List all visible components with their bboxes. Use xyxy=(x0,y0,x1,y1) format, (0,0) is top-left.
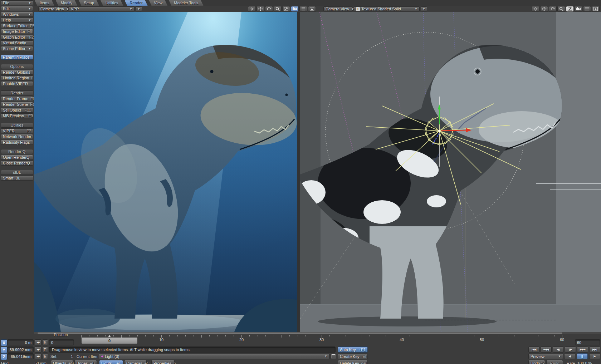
item-properties-icon-button[interactable] xyxy=(331,353,336,359)
move-icon[interactable] xyxy=(256,6,264,12)
resize-icon[interactable] xyxy=(592,6,600,12)
go-first-frame-button[interactable]: |◀◀ xyxy=(528,346,539,353)
sidebar-item-edit[interactable]: Edit▼ xyxy=(1,6,33,11)
axis-z-stepper[interactable]: ◀▶ xyxy=(35,353,41,359)
sidebar-item-open-renderq[interactable]: Open RenderQ xyxy=(1,155,33,160)
step-back-button[interactable]: ◀|| xyxy=(553,346,564,353)
axis-x-stepper[interactable]: ◀▶ xyxy=(35,339,41,345)
sidebar-item-network-render[interactable]: Network Render xyxy=(1,134,33,139)
move-icon[interactable] xyxy=(540,6,548,12)
right-viewport-header: Camera View▼ T Textured Shaded Solid▼ ▼ xyxy=(319,6,601,12)
list-icon[interactable] xyxy=(583,6,591,12)
sidebar-item-render-scene[interactable]: Render SceneF10 xyxy=(1,102,33,107)
sidebar-item-file[interactable]: File▼ xyxy=(1,0,33,5)
sidebar-item-image-editor[interactable]: Image EditorF6 xyxy=(1,29,33,34)
axis-z-toggle[interactable]: Z xyxy=(1,353,7,360)
delete-key-button[interactable]: Delete Keydel xyxy=(338,360,368,364)
tab-modify[interactable]: Modify xyxy=(56,0,77,6)
right-viewport-shaded[interactable] xyxy=(300,12,601,332)
parent-in-place-button[interactable]: Parent in Place xyxy=(1,55,33,60)
undo-button[interactable]: Undo ^Z xyxy=(528,360,545,364)
sidebar-item-close-renderq[interactable]: Close RenderQ xyxy=(1,161,33,166)
go-last-frame-button[interactable]: ▶▶| xyxy=(589,346,600,353)
maximize-icon[interactable] xyxy=(282,6,290,12)
sidebar-item-windows[interactable]: Windows▼ xyxy=(1,12,33,17)
left-render-mode-label: VPR xyxy=(71,7,79,11)
sidebar-item-render-frame[interactable]: Render FrameF9 xyxy=(1,96,33,101)
axis-x-value-field[interactable]: 0 m xyxy=(7,339,34,345)
step-forward-button[interactable]: ||▶ xyxy=(565,346,576,353)
sidebar-item-enable-viper[interactable]: Enable VIPER xyxy=(1,81,33,86)
zoom-icon[interactable] xyxy=(557,6,565,12)
tab-modeler-tools[interactable]: Modeler Tools xyxy=(169,0,203,6)
tab-items[interactable]: Items xyxy=(35,0,54,6)
preview-dropdown[interactable]: Preview▼ xyxy=(528,353,563,359)
prev-keyframe-button[interactable]: +◀◀ xyxy=(541,346,552,353)
cameras-button[interactable]: Cameras+C xyxy=(124,360,147,364)
axis-z-value-field[interactable]: -65.0419mm xyxy=(7,353,34,359)
ruler-tick xyxy=(338,335,338,336)
sidebar-item-sel-object[interactable]: Sel ObjectF11 xyxy=(1,108,33,113)
left-render-mode-dropdown[interactable]: VPR▼ xyxy=(69,6,135,11)
frame-slider-handle[interactable]: 0 xyxy=(81,337,138,344)
timeline-ruler[interactable]: 0 102030405060 xyxy=(75,334,573,346)
create-key-button-label: Create Key xyxy=(340,354,360,359)
axis-x-envelope-button[interactable]: E xyxy=(42,339,48,345)
ruler-label-20: 20 xyxy=(239,338,244,342)
lights-button[interactable]: Lights+L xyxy=(99,360,123,364)
auto-key-button[interactable]: Auto Key+F1 xyxy=(338,346,368,353)
rotate-icon[interactable] xyxy=(549,6,557,12)
sidebar-item-help[interactable]: Help▼ xyxy=(1,18,33,23)
axis-y-stepper[interactable]: ◀▶ xyxy=(35,346,41,353)
camera-icon[interactable] xyxy=(291,6,299,12)
sidebar-item-surface-editor[interactable]: Surface EditorF5 xyxy=(1,23,33,28)
objects-button[interactable]: Objects+O xyxy=(51,360,73,364)
resize-icon[interactable] xyxy=(308,6,316,12)
sidebar-item-viper[interactable]: VIPERF7 xyxy=(1,128,33,133)
tab-view[interactable]: View xyxy=(149,0,168,6)
pause-button[interactable]: || xyxy=(577,353,588,359)
frame-start-field[interactable]: 0 xyxy=(49,339,74,345)
sidebar-item-scene-editor[interactable]: Scene Editor▼ xyxy=(1,46,33,51)
camera-icon[interactable] xyxy=(575,6,582,12)
tab-utilities[interactable]: Utilities xyxy=(101,0,123,6)
current-item-dropdown[interactable]: ◀ Light (3) ▼ xyxy=(99,353,329,359)
axis-y-value-field[interactable]: 39.9992 mm xyxy=(7,346,34,353)
list-icon[interactable] xyxy=(299,6,307,12)
play-reverse-button[interactable]: ◀ xyxy=(564,353,575,359)
redo-button[interactable]: Redo xyxy=(546,360,563,364)
right-viewport-menu-dropdown[interactable]: ▼ xyxy=(421,6,427,11)
create-key-button[interactable]: Create Keyret xyxy=(338,353,368,359)
right-render-mode-dropdown[interactable]: T Textured Shaded Solid▼ xyxy=(354,6,420,11)
zoom-icon[interactable] xyxy=(274,6,282,12)
sidebar-item-virtual-studio[interactable]: Virtual Studio xyxy=(1,40,33,45)
frame-end-field[interactable]: 60 xyxy=(575,339,600,345)
maximize-icon[interactable] xyxy=(566,6,574,12)
next-keyframe-button[interactable]: ▶▶+ xyxy=(577,346,588,353)
sidebar-item-graph-editor[interactable]: Graph Editor^F2 xyxy=(1,35,33,40)
sidebar-item-mb-preview[interactable]: MB Preview+F9 xyxy=(1,113,33,118)
viewport-divider[interactable] xyxy=(297,12,300,332)
play-forward-button[interactable]: ▶ xyxy=(589,353,600,359)
right-view-type-dropdown[interactable]: Camera View▼ xyxy=(323,6,353,11)
axis-y-envelope-button[interactable]: E xyxy=(42,346,48,353)
tab-render[interactable]: Render xyxy=(125,0,148,6)
left-view-type-dropdown[interactable]: Camera View▼ xyxy=(38,6,68,11)
sidebar-item-render-globals[interactable]: Render Globals xyxy=(1,70,33,75)
sidebar-item-radiosity-flags[interactable]: Radiosity Flags xyxy=(1,140,33,145)
sidebar-item-smart-ibl[interactable]: Smart IBL xyxy=(1,176,33,181)
current-item-value: Light (3) xyxy=(105,354,119,359)
rotate-icon[interactable] xyxy=(265,6,273,12)
ruler-tick xyxy=(225,335,226,336)
pan-icon[interactable] xyxy=(532,6,539,12)
axis-y-toggle[interactable]: Y xyxy=(1,346,7,353)
bones-button[interactable]: Bones+B xyxy=(74,360,97,364)
pan-icon[interactable] xyxy=(248,6,256,12)
tab-setup[interactable]: Setup xyxy=(79,0,99,6)
axis-z-envelope-button[interactable]: E xyxy=(42,353,48,359)
left-viewport-menu-dropdown[interactable]: ▼ xyxy=(136,6,142,11)
sidebar-item-limited-region[interactable]: Limited Regionl xyxy=(1,75,33,80)
left-viewport-vpr-render[interactable] xyxy=(34,12,297,332)
properties-button[interactable]: Propertiesp xyxy=(151,360,175,364)
axis-x-toggle[interactable]: X xyxy=(1,339,7,346)
